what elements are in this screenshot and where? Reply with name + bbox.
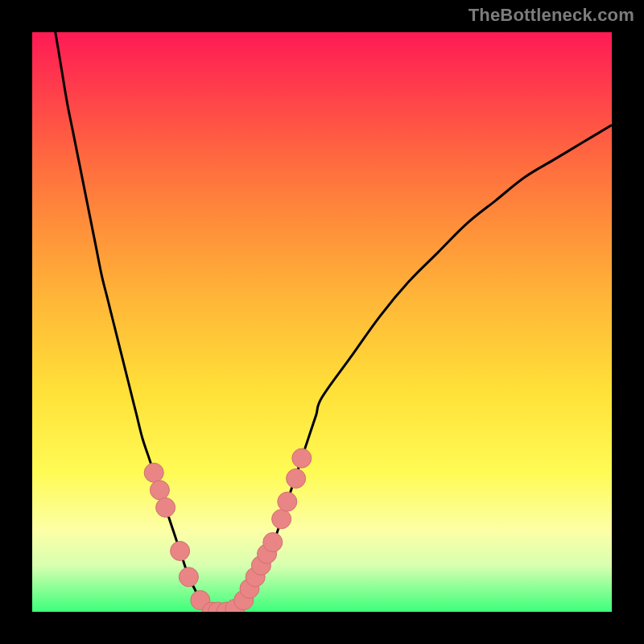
highlight-marker <box>156 497 175 517</box>
bottleneck-curve <box>32 32 612 612</box>
highlight-marker <box>272 510 291 529</box>
highlight-marker <box>150 481 169 500</box>
highlight-marker <box>144 463 163 482</box>
highlight-marker <box>292 448 312 468</box>
chart-frame: TheBottleneck.com <box>0 0 644 644</box>
highlight-marker <box>179 568 198 587</box>
highlight-marker <box>287 469 306 488</box>
plot-area <box>32 32 612 612</box>
highlight-marker <box>263 533 283 552</box>
highlight-marker <box>278 492 297 511</box>
curve-layer <box>32 32 612 612</box>
highlight-marker <box>171 541 190 560</box>
watermark-text: TheBottleneck.com <box>469 5 634 26</box>
